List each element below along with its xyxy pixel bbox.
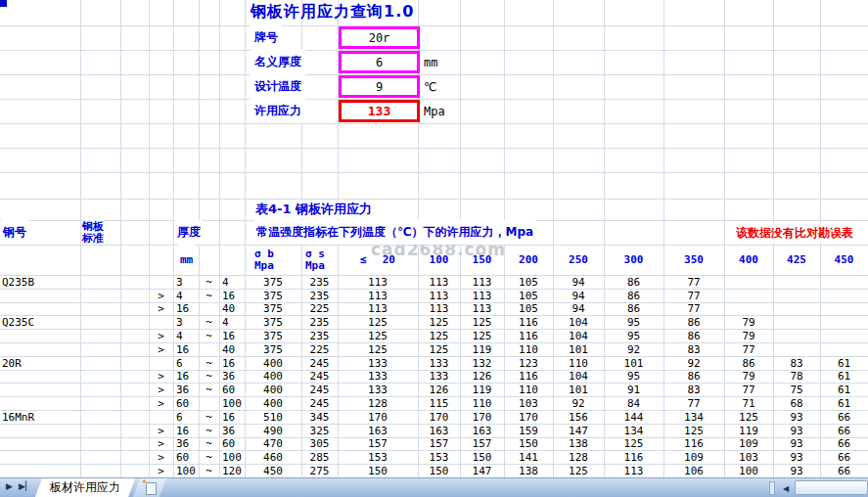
cell-thickness-from: 16 <box>173 342 202 356</box>
header-strength: 常温强度指标在下列温度（℃）下的许用应力，Mpa <box>254 220 535 245</box>
cell-stress-value: 163 <box>460 424 504 437</box>
cell-stress-value: 125 <box>418 329 460 342</box>
field-label-temperature: 设计温度 <box>251 74 305 99</box>
temperature-input[interactable]: 9 <box>339 75 420 98</box>
cell-stress-value: 119 <box>724 424 773 437</box>
cell-stress-value: 92 <box>553 396 604 410</box>
cell-thickness-to: 60 <box>219 383 248 396</box>
cell-tilde: ~ <box>199 383 219 396</box>
cell-thickness-to: 16 <box>219 329 248 342</box>
cell-stress-value: 86 <box>724 356 773 370</box>
insert-worksheet-tab[interactable]: ✦ <box>133 478 166 497</box>
cell-tilde: ~ <box>199 464 219 477</box>
temp-header-200: 200 <box>504 245 553 275</box>
header-thickness: 厚度 <box>175 220 203 245</box>
cell-stress-value: 116 <box>663 437 724 450</box>
gridline-h <box>0 123 868 124</box>
grade-input[interactable]: 20r <box>339 26 420 49</box>
sheet-tab-active[interactable]: 板材许用应力 <box>35 478 135 497</box>
cell-stress-value: 113 <box>418 275 460 289</box>
cell-stress-value: 66 <box>820 437 868 450</box>
table-title: 表4-1 钢板许用应力 <box>252 201 375 218</box>
cell-stress-value: 133 <box>338 370 418 383</box>
cell-thickness-to: 40 <box>219 302 248 315</box>
le-icon: ≤ <box>360 253 367 266</box>
cell-stress-value: 104 <box>553 315 604 329</box>
cell-tilde: ~ <box>199 424 219 437</box>
subheader-le-20: ≤ 20 <box>338 245 418 275</box>
cell-thickness-from: 60 <box>173 450 202 464</box>
cell-stress-value: 61 <box>820 356 868 370</box>
cell-greater-than: > <box>149 396 173 410</box>
cell-sigma-b: 450 <box>245 464 301 477</box>
cell-thickness-to: 60 <box>219 437 248 450</box>
cell-sigma-s: 225 <box>301 302 338 315</box>
cell-tilde: ~ <box>199 410 219 424</box>
cell-sigma-s: 305 <box>301 437 338 450</box>
cell-thickness-to: 36 <box>219 370 248 383</box>
cell-stress-value: 93 <box>773 410 820 424</box>
cell-thickness-from: 16 <box>173 370 202 383</box>
cell-stress-value: 94 <box>553 302 604 315</box>
cell-stress-value: 86 <box>604 289 663 302</box>
cell-stress-value: 119 <box>460 383 504 396</box>
sparkle-icon: ✦ <box>141 478 148 486</box>
cell-stress-value: 100 <box>724 464 773 477</box>
cell-stress-value: 133 <box>418 370 460 383</box>
cell-stress-value: 123 <box>504 356 553 370</box>
cell-stress-value: 113 <box>338 302 418 315</box>
cell-stress-value: 91 <box>604 383 663 396</box>
cell-sigma-b: 375 <box>245 289 301 302</box>
cell-stress-value: 86 <box>663 315 724 329</box>
cell-stress-value: 68 <box>773 396 820 410</box>
cell-stress-value: 86 <box>663 370 724 383</box>
cell-stress-value: 66 <box>820 424 868 437</box>
tab-scroll-last-icon[interactable]: ▶▏ <box>19 481 32 491</box>
cell-stress-value: 125 <box>418 342 460 356</box>
cell-sigma-b: 375 <box>245 329 301 342</box>
cell-stress-value: 113 <box>418 302 460 315</box>
header-steel-grade: 钢号 <box>1 220 28 245</box>
cell-stress-value: 150 <box>504 437 553 450</box>
cell-stress-value: 78 <box>773 370 820 383</box>
cell-stress-value: 93 <box>773 450 820 464</box>
cell-stress-value: 119 <box>460 342 504 356</box>
gridline-h <box>0 199 868 200</box>
cell-thickness-to: 100 <box>219 450 248 464</box>
scroll-left-button[interactable]: ◀ <box>779 480 793 496</box>
cell-stress-value: 61 <box>820 383 868 396</box>
gridline-h <box>0 25 868 26</box>
cell-stress-value: 66 <box>820 464 868 477</box>
cell-stress-value: 79 <box>724 370 773 383</box>
scrollbar-thumb[interactable] <box>795 480 868 495</box>
cell-thickness-to: 120 <box>219 464 248 477</box>
cell-stress-value: 125 <box>338 329 418 342</box>
cell-tilde: ~ <box>199 356 219 370</box>
header-plate-standard: 钢板 标准 <box>82 220 104 245</box>
cell-stress-value: 86 <box>663 329 724 342</box>
cell-stress-value: 133 <box>338 356 418 370</box>
gridline-v <box>80 0 81 477</box>
scrollbar-splitter[interactable] <box>769 481 775 495</box>
cell-tilde: ~ <box>199 329 219 342</box>
cell-sigma-s: 235 <box>301 289 338 302</box>
cell-stress-value: 113 <box>460 275 504 289</box>
cell-greater-than: > <box>149 383 173 396</box>
thickness-input[interactable]: 6 <box>339 51 420 73</box>
cell-greater-than: > <box>149 437 173 450</box>
cell-stress-value: 125 <box>338 342 418 356</box>
cell-stress-value: 125 <box>418 315 460 329</box>
sheet-tab-bar: ▶ ▶▏ 板材许用应力 ✦ ◀ <box>0 477 868 497</box>
cell-stress-value: 126 <box>460 370 504 383</box>
cell-stress-value: 128 <box>553 450 604 464</box>
cell-stress-value: 138 <box>553 437 604 450</box>
cell-stress-value: 77 <box>724 342 773 356</box>
corner-marker <box>0 0 7 7</box>
cell-stress-value: 133 <box>338 383 418 396</box>
cell-sigma-b: 375 <box>245 315 301 329</box>
temp-header-350: 350 <box>663 245 724 275</box>
tab-scroll-next-icon[interactable]: ▶ <box>6 481 13 491</box>
cell-stress-value: 125 <box>460 329 504 342</box>
cell-stress-value: 110 <box>553 356 604 370</box>
field-label-grade: 牌号 <box>251 25 282 50</box>
